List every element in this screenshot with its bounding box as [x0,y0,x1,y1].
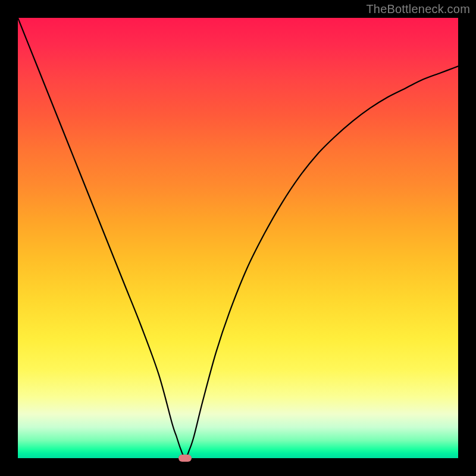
curve-line [18,18,458,458]
bottleneck-curve [18,18,458,458]
watermark-text: TheBottleneck.com [366,2,470,16]
plot-area [18,18,458,458]
optimal-marker [178,455,192,462]
chart-frame: TheBottleneck.com [0,0,476,476]
